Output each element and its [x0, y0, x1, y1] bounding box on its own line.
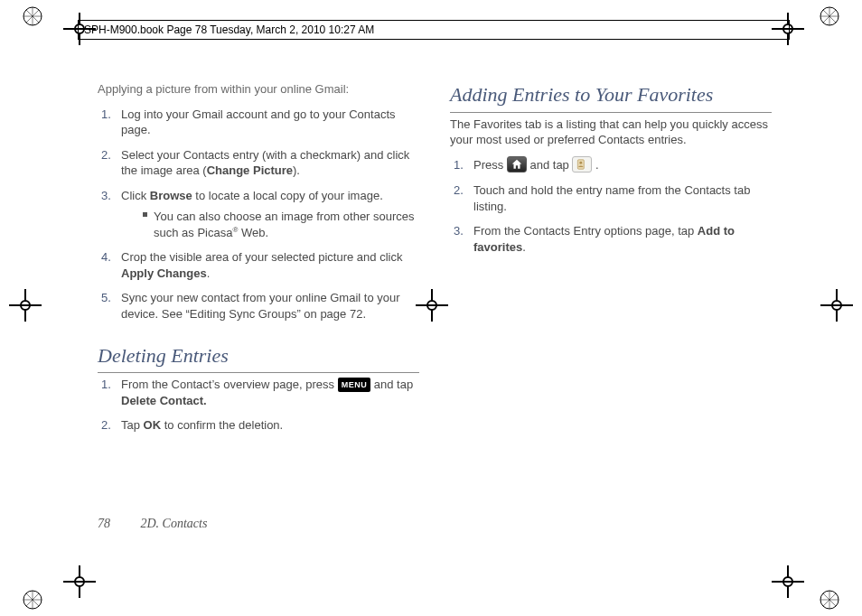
section-heading-favorites: Adding Entries to Your Favorites — [450, 81, 772, 113]
step-number: 2. — [101, 147, 111, 163]
step-number: 3. — [101, 188, 111, 204]
deleting-steps: 1. From the Contact’s overview page, pre… — [98, 377, 419, 434]
square-bullet-icon — [143, 212, 147, 217]
list-item: 1. From the Contact’s overview page, pre… — [98, 377, 419, 408]
step-body: Crop the visible area of your selected p… — [121, 250, 402, 280]
step-body: Click Browse to locate a local copy of y… — [121, 189, 383, 202]
registration-mark-icon — [22, 5, 43, 27]
crop-mark-icon — [63, 565, 96, 598]
section-heading-deleting: Deleting Entries — [98, 342, 419, 374]
favorites-steps: 1. Press and tap . 2. Touch and hold the… — [450, 157, 772, 256]
footer-section-label: 2D. Contacts — [141, 517, 208, 530]
step-body: From the Contacts Entry options page, ta… — [473, 224, 735, 254]
crop-mark-icon — [9, 289, 42, 322]
right-column: Adding Entries to Your Favorites The Fav… — [450, 81, 772, 553]
crop-frame: SPH-M900.book Page 78 Tuesday, March 2, … — [78, 20, 790, 40]
lead-text: Applying a picture from within your onli… — [98, 81, 419, 98]
svg-point-21 — [580, 162, 583, 164]
list-item: 2. Select your Contacts entry (with a ch… — [98, 147, 419, 179]
favorites-intro: The Favorites tab is a listing that can … — [450, 117, 772, 148]
step-body: Select your Contacts entry (with a check… — [121, 148, 409, 178]
list-item: 2. Tap OK to confirm the deletion. — [98, 417, 419, 434]
menu-key-icon: MENU — [338, 378, 371, 392]
step-number: 1. — [101, 107, 111, 123]
list-item: 1. Log into your Gmail account and go to… — [98, 107, 419, 138]
step-number: 4. — [101, 249, 111, 266]
list-item: 2. Touch and hold the entry name from th… — [450, 182, 772, 214]
crop-mark-icon — [772, 565, 804, 598]
registration-mark-icon — [819, 589, 840, 611]
list-item: 5. Sync your new contact from your onlin… — [98, 290, 419, 322]
step-number: 2. — [454, 182, 464, 199]
home-key-icon — [507, 156, 527, 173]
step-body: Log into your Gmail account and go to yo… — [121, 107, 396, 137]
list-item: 4. Crop the visible area of your selecte… — [98, 249, 419, 281]
crop-mark-icon — [820, 289, 853, 322]
sub-bullet: You can also choose an image from other … — [121, 209, 419, 240]
registration-mark-icon — [22, 589, 43, 611]
page-footer: 78 2D. Contacts — [98, 516, 207, 533]
step-body: Tap OK to confirm the deletion. — [121, 418, 283, 432]
step-body: Touch and hold the entry name from the C… — [473, 183, 750, 213]
crop-frame-label: SPH-M900.book Page 78 Tuesday, March 2, … — [84, 23, 374, 37]
svg-rect-20 — [578, 160, 585, 170]
step-number: 5. — [101, 290, 111, 306]
step-number: 2. — [101, 417, 111, 434]
step-body: Sync your new contact from your online G… — [121, 291, 400, 321]
list-item: 1. Press and tap . — [450, 157, 772, 174]
gmail-picture-steps: 1. Log into your Gmail account and go to… — [98, 107, 419, 322]
page-body: Applying a picture from within your onli… — [98, 81, 772, 553]
list-item: 3. From the Contacts Entry options page,… — [450, 223, 772, 255]
step-number: 3. — [454, 223, 464, 239]
step-body: From the Contact’s overview page, press … — [121, 378, 413, 407]
page-number: 78 — [98, 517, 110, 530]
step-number: 1. — [101, 377, 111, 393]
registration-mark-icon — [819, 5, 840, 27]
left-column: Applying a picture from within your onli… — [98, 81, 419, 553]
list-item: 3. Click Browse to locate a local copy o… — [98, 188, 419, 241]
step-number: 1. — [454, 157, 464, 173]
contacts-app-icon — [572, 156, 592, 173]
step-body: Press and tap . — [473, 158, 599, 172]
